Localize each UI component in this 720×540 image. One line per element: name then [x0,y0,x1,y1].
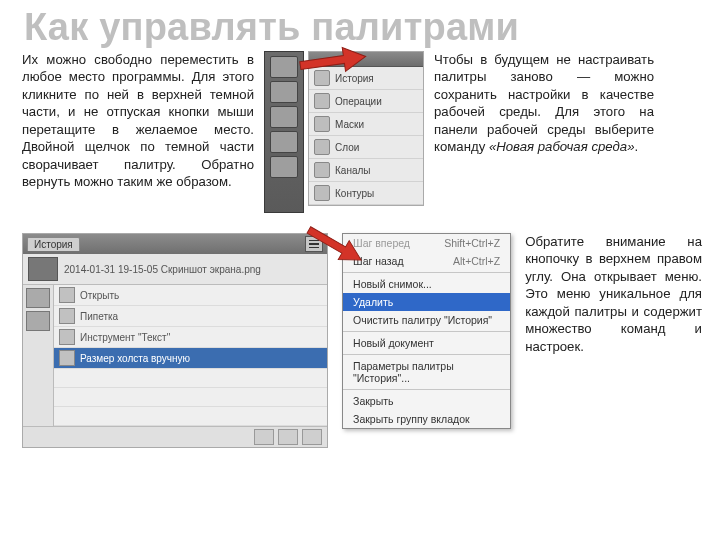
menu-shortcut: Shift+Ctrl+Z [444,237,500,249]
dock-item[interactable]: Каналы [309,159,423,182]
palette-icon [270,106,298,128]
menu-separator [343,331,510,332]
menu-item-label: Удалить [353,296,393,308]
dock-item[interactable]: Слои [309,136,423,159]
entry-icon [59,350,75,366]
entry-label: Размер холста вручную [80,353,190,364]
menu-item[interactable]: Закрыть [343,392,510,410]
item-label: Каналы [335,165,371,176]
menu-item[interactable]: Закрыть группу вкладок [343,410,510,428]
menu-separator [343,389,510,390]
item-label: История [335,73,374,84]
palette-dock-cluster: ИсторияОперацииМаскиСлоиКаналыКонтуры [264,51,424,213]
snapshot-thumb[interactable] [26,288,50,308]
palette-tab[interactable]: История [27,237,80,251]
menu-item[interactable]: Параметры палитры "История"... [343,357,510,387]
menu-item[interactable]: Удалить [343,293,510,311]
palette-icon [270,156,298,178]
menu-item-label: Закрыть группу вкладок [353,413,470,425]
history-entry[interactable]: Размер холста вручную [54,348,327,369]
bottom-row: История 2014-01-31 19-15-05 Скриншот экр… [0,213,720,448]
item-label: Слои [335,142,359,153]
page-title: Как управлять палитрами [0,0,720,49]
history-list: ОткрытьПипеткаИнструмент "Текст"Размер х… [54,285,327,426]
item-label: Операции [335,96,382,107]
palette-icon [270,131,298,153]
dock-item[interactable]: Маски [309,113,423,136]
menu-item[interactable]: Новый снимок... [343,275,510,293]
item-icon [314,116,330,132]
history-file-row[interactable]: 2014-01-31 19-15-05 Скриншот экрана.png [23,254,327,285]
palette-footer [23,426,327,447]
entry-label: Инструмент "Текст" [80,332,170,343]
menu-item-label: Закрыть [353,395,393,407]
history-entry[interactable]: Инструмент "Текст" [54,327,327,348]
item-label: Контуры [335,188,374,199]
menu-separator [343,272,510,273]
item-icon [314,93,330,109]
top-row: Их можно свободно переместить в любое ме… [0,49,720,213]
menu-item[interactable]: Новый документ [343,334,510,352]
file-thumbnail [28,257,58,281]
paragraph-bottom-right: Обратите внимание на кнопочку в верхнем … [525,233,702,355]
collapsed-palette[interactable] [264,51,304,213]
paragraph-left: Их можно свободно переместить в любое ме… [22,51,254,213]
file-name: 2014-01-31 19-15-05 Скриншот экрана.png [64,264,261,275]
menu-shortcut: Alt+Ctrl+Z [453,255,500,267]
item-label: Маски [335,119,364,130]
snapshot-strip [23,285,54,426]
palette-context-menu: Шаг впередShift+Ctrl+ZШаг назадAlt+Ctrl+… [342,233,511,429]
palette-titlebar[interactable]: История [23,234,327,254]
menu-item-label: Очистить палитру "История" [353,314,492,326]
entry-label: Открыть [80,290,119,301]
paragraph-top-right: Чтобы в будущем не настраивать палитры з… [434,51,654,213]
create-document-button[interactable] [278,429,298,445]
menu-item-label: Новый документ [353,337,434,349]
menu-item[interactable]: Очистить палитру "История" [343,311,510,329]
menu-item[interactable]: Шаг назадAlt+Ctrl+Z [343,252,510,270]
palette-icon [270,81,298,103]
palette-icon [270,56,298,78]
trash-button[interactable] [302,429,322,445]
dock-item[interactable]: Контуры [309,182,423,205]
menu-separator [343,354,510,355]
item-icon [314,162,330,178]
history-entry[interactable]: Пипетка [54,306,327,327]
entry-icon [59,287,75,303]
item-icon [314,139,330,155]
history-entry[interactable]: Открыть [54,285,327,306]
entry-icon [59,308,75,324]
entry-icon [59,329,75,345]
item-icon [314,185,330,201]
history-palette: История 2014-01-31 19-15-05 Скриншот экр… [22,233,328,448]
new-snapshot-button[interactable] [254,429,274,445]
menu-item-label: Новый снимок... [353,278,432,290]
entry-label: Пипетка [80,311,118,322]
menu-item-label: Параметры палитры "История"... [353,360,454,384]
dock-item[interactable]: Операции [309,90,423,113]
snapshot-thumb[interactable] [26,311,50,331]
